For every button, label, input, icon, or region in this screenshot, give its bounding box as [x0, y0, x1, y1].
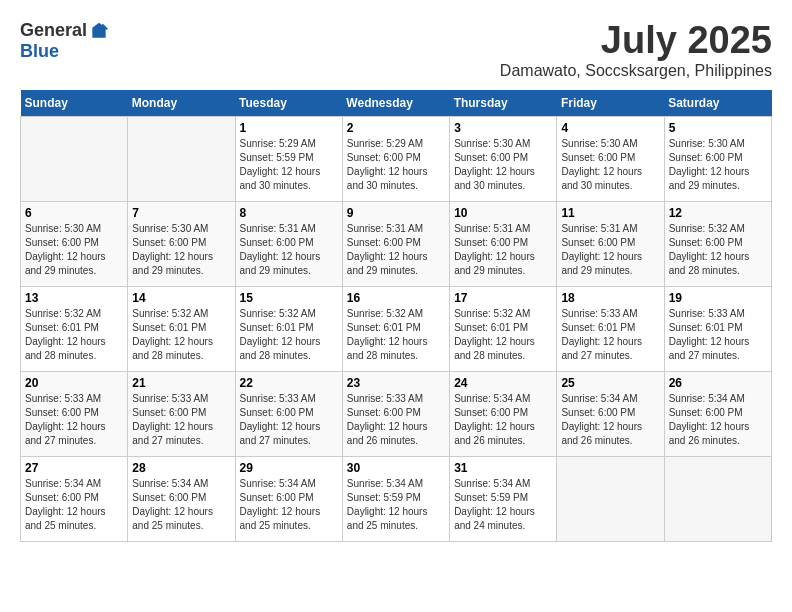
- day-number: 13: [25, 291, 123, 305]
- calendar-cell: 14Sunrise: 5:32 AM Sunset: 6:01 PM Dayli…: [128, 286, 235, 371]
- day-info: Sunrise: 5:30 AM Sunset: 6:00 PM Dayligh…: [25, 222, 123, 278]
- day-number: 1: [240, 121, 338, 135]
- calendar-cell: 10Sunrise: 5:31 AM Sunset: 6:00 PM Dayli…: [450, 201, 557, 286]
- day-number: 22: [240, 376, 338, 390]
- calendar-week-row: 1Sunrise: 5:29 AM Sunset: 5:59 PM Daylig…: [21, 116, 772, 201]
- calendar-cell: 28Sunrise: 5:34 AM Sunset: 6:00 PM Dayli…: [128, 456, 235, 541]
- day-info: Sunrise: 5:30 AM Sunset: 6:00 PM Dayligh…: [561, 137, 659, 193]
- day-number: 25: [561, 376, 659, 390]
- calendar-cell: 26Sunrise: 5:34 AM Sunset: 6:00 PM Dayli…: [664, 371, 771, 456]
- calendar-cell: 22Sunrise: 5:33 AM Sunset: 6:00 PM Dayli…: [235, 371, 342, 456]
- day-info: Sunrise: 5:32 AM Sunset: 6:00 PM Dayligh…: [669, 222, 767, 278]
- day-number: 8: [240, 206, 338, 220]
- day-number: 4: [561, 121, 659, 135]
- calendar-cell: 31Sunrise: 5:34 AM Sunset: 5:59 PM Dayli…: [450, 456, 557, 541]
- day-info: Sunrise: 5:34 AM Sunset: 5:59 PM Dayligh…: [347, 477, 445, 533]
- day-info: Sunrise: 5:34 AM Sunset: 6:00 PM Dayligh…: [669, 392, 767, 448]
- calendar-cell: 6Sunrise: 5:30 AM Sunset: 6:00 PM Daylig…: [21, 201, 128, 286]
- logo-icon: [89, 21, 109, 41]
- calendar-cell: [128, 116, 235, 201]
- calendar-cell: 9Sunrise: 5:31 AM Sunset: 6:00 PM Daylig…: [342, 201, 449, 286]
- day-number: 28: [132, 461, 230, 475]
- day-number: 23: [347, 376, 445, 390]
- day-info: Sunrise: 5:32 AM Sunset: 6:01 PM Dayligh…: [454, 307, 552, 363]
- calendar-cell: 8Sunrise: 5:31 AM Sunset: 6:00 PM Daylig…: [235, 201, 342, 286]
- logo: General Blue: [20, 20, 109, 62]
- calendar-cell: 20Sunrise: 5:33 AM Sunset: 6:00 PM Dayli…: [21, 371, 128, 456]
- day-info: Sunrise: 5:31 AM Sunset: 6:00 PM Dayligh…: [347, 222, 445, 278]
- weekday-header-wednesday: Wednesday: [342, 90, 449, 117]
- weekday-header-friday: Friday: [557, 90, 664, 117]
- day-info: Sunrise: 5:33 AM Sunset: 6:01 PM Dayligh…: [561, 307, 659, 363]
- day-info: Sunrise: 5:34 AM Sunset: 6:00 PM Dayligh…: [240, 477, 338, 533]
- calendar-cell: 18Sunrise: 5:33 AM Sunset: 6:01 PM Dayli…: [557, 286, 664, 371]
- calendar-cell: 16Sunrise: 5:32 AM Sunset: 6:01 PM Dayli…: [342, 286, 449, 371]
- calendar-cell: 21Sunrise: 5:33 AM Sunset: 6:00 PM Dayli…: [128, 371, 235, 456]
- day-info: Sunrise: 5:33 AM Sunset: 6:00 PM Dayligh…: [132, 392, 230, 448]
- calendar-cell: 25Sunrise: 5:34 AM Sunset: 6:00 PM Dayli…: [557, 371, 664, 456]
- month-title: July 2025: [500, 20, 772, 62]
- calendar-cell: 30Sunrise: 5:34 AM Sunset: 5:59 PM Dayli…: [342, 456, 449, 541]
- calendar-cell: 1Sunrise: 5:29 AM Sunset: 5:59 PM Daylig…: [235, 116, 342, 201]
- day-info: Sunrise: 5:34 AM Sunset: 5:59 PM Dayligh…: [454, 477, 552, 533]
- day-info: Sunrise: 5:30 AM Sunset: 6:00 PM Dayligh…: [454, 137, 552, 193]
- day-info: Sunrise: 5:32 AM Sunset: 6:01 PM Dayligh…: [347, 307, 445, 363]
- calendar-cell: 23Sunrise: 5:33 AM Sunset: 6:00 PM Dayli…: [342, 371, 449, 456]
- day-number: 17: [454, 291, 552, 305]
- day-number: 21: [132, 376, 230, 390]
- day-number: 19: [669, 291, 767, 305]
- logo-general-text: General: [20, 20, 87, 41]
- day-number: 27: [25, 461, 123, 475]
- day-number: 30: [347, 461, 445, 475]
- day-number: 2: [347, 121, 445, 135]
- day-number: 14: [132, 291, 230, 305]
- calendar-cell: 24Sunrise: 5:34 AM Sunset: 6:00 PM Dayli…: [450, 371, 557, 456]
- day-number: 3: [454, 121, 552, 135]
- weekday-header-monday: Monday: [128, 90, 235, 117]
- day-number: 18: [561, 291, 659, 305]
- calendar-cell: 5Sunrise: 5:30 AM Sunset: 6:00 PM Daylig…: [664, 116, 771, 201]
- day-number: 5: [669, 121, 767, 135]
- title-block: July 2025 Damawato, Soccsksargen, Philip…: [500, 20, 772, 80]
- day-number: 7: [132, 206, 230, 220]
- day-info: Sunrise: 5:33 AM Sunset: 6:00 PM Dayligh…: [240, 392, 338, 448]
- calendar-cell: 2Sunrise: 5:29 AM Sunset: 6:00 PM Daylig…: [342, 116, 449, 201]
- day-info: Sunrise: 5:32 AM Sunset: 6:01 PM Dayligh…: [25, 307, 123, 363]
- day-info: Sunrise: 5:34 AM Sunset: 6:00 PM Dayligh…: [561, 392, 659, 448]
- calendar-cell: 15Sunrise: 5:32 AM Sunset: 6:01 PM Dayli…: [235, 286, 342, 371]
- calendar-week-row: 20Sunrise: 5:33 AM Sunset: 6:00 PM Dayli…: [21, 371, 772, 456]
- calendar-cell: 17Sunrise: 5:32 AM Sunset: 6:01 PM Dayli…: [450, 286, 557, 371]
- calendar-cell: 11Sunrise: 5:31 AM Sunset: 6:00 PM Dayli…: [557, 201, 664, 286]
- day-info: Sunrise: 5:34 AM Sunset: 6:00 PM Dayligh…: [25, 477, 123, 533]
- calendar-week-row: 27Sunrise: 5:34 AM Sunset: 6:00 PM Dayli…: [21, 456, 772, 541]
- weekday-header-tuesday: Tuesday: [235, 90, 342, 117]
- day-number: 16: [347, 291, 445, 305]
- day-info: Sunrise: 5:31 AM Sunset: 6:00 PM Dayligh…: [240, 222, 338, 278]
- day-number: 9: [347, 206, 445, 220]
- calendar-table: SundayMondayTuesdayWednesdayThursdayFrid…: [20, 90, 772, 542]
- day-number: 10: [454, 206, 552, 220]
- day-number: 6: [25, 206, 123, 220]
- logo-blue-text: Blue: [20, 41, 59, 62]
- calendar-cell: 13Sunrise: 5:32 AM Sunset: 6:01 PM Dayli…: [21, 286, 128, 371]
- day-number: 31: [454, 461, 552, 475]
- calendar-cell: [664, 456, 771, 541]
- day-info: Sunrise: 5:33 AM Sunset: 6:00 PM Dayligh…: [25, 392, 123, 448]
- day-info: Sunrise: 5:31 AM Sunset: 6:00 PM Dayligh…: [561, 222, 659, 278]
- day-number: 11: [561, 206, 659, 220]
- calendar-cell: [557, 456, 664, 541]
- day-number: 12: [669, 206, 767, 220]
- day-info: Sunrise: 5:30 AM Sunset: 6:00 PM Dayligh…: [132, 222, 230, 278]
- calendar-cell: 12Sunrise: 5:32 AM Sunset: 6:00 PM Dayli…: [664, 201, 771, 286]
- weekday-header-row: SundayMondayTuesdayWednesdayThursdayFrid…: [21, 90, 772, 117]
- day-number: 15: [240, 291, 338, 305]
- calendar-cell: [21, 116, 128, 201]
- calendar-week-row: 13Sunrise: 5:32 AM Sunset: 6:01 PM Dayli…: [21, 286, 772, 371]
- calendar-cell: 27Sunrise: 5:34 AM Sunset: 6:00 PM Dayli…: [21, 456, 128, 541]
- day-info: Sunrise: 5:31 AM Sunset: 6:00 PM Dayligh…: [454, 222, 552, 278]
- day-info: Sunrise: 5:33 AM Sunset: 6:01 PM Dayligh…: [669, 307, 767, 363]
- day-info: Sunrise: 5:33 AM Sunset: 6:00 PM Dayligh…: [347, 392, 445, 448]
- calendar-cell: 4Sunrise: 5:30 AM Sunset: 6:00 PM Daylig…: [557, 116, 664, 201]
- page-header: General Blue July 2025 Damawato, Soccsks…: [20, 20, 772, 80]
- day-info: Sunrise: 5:34 AM Sunset: 6:00 PM Dayligh…: [454, 392, 552, 448]
